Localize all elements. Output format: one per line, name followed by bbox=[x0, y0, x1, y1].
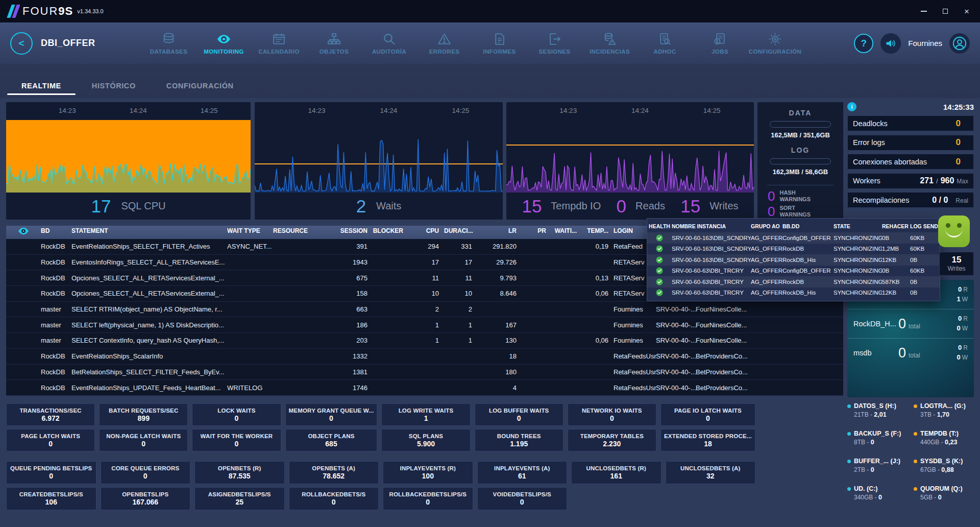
db-io-row: msdb 0 total 0R 0W bbox=[847, 338, 974, 367]
metric-label: ASIGNEDBETSLIPS/S bbox=[208, 491, 271, 497]
metric-value: 1 bbox=[424, 414, 428, 422]
health-check-icon bbox=[647, 289, 672, 296]
metric-label: SQL PLANS bbox=[409, 433, 443, 439]
metric-value: 25 bbox=[235, 498, 243, 506]
status-value: 271 bbox=[920, 176, 934, 185]
database-icon bbox=[162, 32, 176, 46]
data-log-panel: DATA 162,5MB / 351,6GB LOG 162,3MB / 58,… bbox=[757, 102, 843, 220]
nav-item-sesiones[interactable]: SESIONES bbox=[527, 32, 582, 55]
metric-tile: ASIGNEDBETSLIPS/S 25 bbox=[194, 487, 285, 510]
nav-item-calendario[interactable]: CALENDARIO bbox=[252, 32, 307, 55]
metric-label: BATCH REQUESTS/SEC bbox=[109, 408, 178, 414]
app-bar: < DBI_OFFER DATABASES MONITORING CALENDA… bbox=[0, 22, 980, 64]
nav-item-incidencias[interactable]: INCIDENCIAS bbox=[582, 32, 638, 55]
nav-item-errores[interactable]: ERRORES bbox=[417, 32, 472, 55]
waits-caption: 2 Waits bbox=[255, 193, 503, 220]
metric-label: WAIT FOR THE WORKER bbox=[201, 433, 273, 439]
table-row[interactable]: master SELECT left(physical_name, 1) AS … bbox=[6, 317, 843, 333]
metric-value: 1.195 bbox=[510, 440, 528, 448]
status-rail: i 14:25:33 Deadlocks 0 Error logs bbox=[847, 100, 974, 211]
document-search-icon bbox=[658, 32, 672, 46]
metric-label: TEMPORARY TABLES bbox=[580, 433, 644, 439]
metric-value: 106 bbox=[45, 498, 57, 506]
metric-label: VOIDEDBETSLIPS/S bbox=[493, 491, 551, 497]
title-bar: FOUR 9S v1.34.33.0 × bbox=[0, 0, 980, 22]
waits-chart-panel: 14:23 14:24 14:25 2 Waits bbox=[255, 102, 503, 220]
info-icon[interactable]: i bbox=[847, 102, 856, 111]
metric-label: INPLAYEVENTS (A) bbox=[494, 465, 550, 471]
disk-item: BUFFER_... (J:) 2TB - 0 bbox=[847, 458, 909, 481]
metric-tile: SQL PLANS 5.900 bbox=[381, 429, 470, 451]
metric-tile: WAIT FOR THE WORKER 0 bbox=[192, 429, 281, 451]
nav-item-objetos[interactable]: OBJETOS bbox=[307, 32, 362, 55]
monitor-eye-icon[interactable] bbox=[6, 227, 41, 235]
status-row: Workers 271 / 960 Max bbox=[847, 173, 974, 189]
metric-label: BOUND TREES bbox=[497, 433, 541, 439]
document-clock-icon bbox=[713, 32, 727, 46]
table-row[interactable]: RockDB EventRelationShips_UPDATE_Feeds_H… bbox=[6, 380, 843, 396]
nav-item-jobs[interactable]: JOBS bbox=[693, 32, 748, 55]
health-check-icon bbox=[647, 278, 672, 285]
data-usage-bar bbox=[770, 121, 831, 128]
nav-item-auditoria[interactable]: AUDITORÍA bbox=[362, 32, 417, 55]
metric-value: 18 bbox=[704, 440, 712, 448]
page-title: DBI_OFFER bbox=[41, 38, 95, 49]
close-button[interactable]: × bbox=[963, 7, 971, 15]
status-label: Error logs bbox=[853, 138, 885, 147]
metric-tile: EXTENDED STORED PROCE... 18 bbox=[660, 429, 755, 451]
tab-configuracion[interactable]: CONFIGURACIÓN bbox=[151, 76, 249, 98]
table-row[interactable]: RockDB BetRelationShips_SELECT_FILTER_Fe… bbox=[6, 365, 843, 380]
disk-item: SYSDB_S (K:) 67GB - 0,88 bbox=[914, 458, 975, 481]
metric-value: 0 bbox=[520, 498, 524, 506]
metric-tile: NETWORK IO WAITS 0 bbox=[568, 403, 656, 426]
metric-value: 0 bbox=[49, 472, 53, 480]
metric-label: OPENBETSLIPS bbox=[122, 491, 168, 497]
metric-label: CORE QUEUE ERRORS bbox=[111, 465, 179, 471]
disk-item: QUORUM (Q:) 5GB - 0 bbox=[914, 485, 975, 508]
table-row[interactable]: master SELECT ContextInfo, query_hash AS… bbox=[6, 333, 843, 349]
health-smiley-icon bbox=[938, 215, 970, 247]
back-button[interactable]: < bbox=[10, 32, 33, 55]
nav-item-monitoring[interactable]: MONITORING bbox=[197, 32, 252, 55]
metric-tile: TRANSACTIONS/SEC 6.972 bbox=[6, 403, 95, 426]
metric-value: 78.652 bbox=[323, 472, 345, 480]
status-row: Conexiones abortadas 0 bbox=[847, 154, 974, 170]
help-button[interactable]: ? bbox=[854, 34, 873, 53]
db-name: RockDB_H... bbox=[853, 320, 898, 328]
tempdb-caption: 15Tempdb IO 0Reads 15Writes bbox=[506, 193, 754, 220]
nav-item-databases[interactable]: DATABASES bbox=[141, 32, 197, 55]
metric-value: 61 bbox=[518, 472, 526, 480]
metric-value: 87.535 bbox=[229, 472, 251, 480]
metric-label: PAGE IO LATCH WAITS bbox=[674, 408, 742, 414]
metric-tile: ROLLBACKEDBETSLIPS/S 0 bbox=[383, 487, 473, 510]
document-icon bbox=[493, 32, 506, 46]
table-row[interactable]: master SELECT RTRIM(object_name) AS Obje… bbox=[6, 302, 843, 318]
tab-historico[interactable]: HISTÓRICO bbox=[77, 76, 151, 98]
metric-value: 2.230 bbox=[603, 440, 621, 448]
account-button[interactable] bbox=[949, 33, 970, 54]
metric-label: LOG WRITE WAITS bbox=[399, 408, 454, 414]
brand-logo-icon bbox=[9, 5, 18, 18]
nav-item-configuracion[interactable]: CONFIGURACIÓN bbox=[748, 32, 803, 55]
metric-label: ROLLBACKEDBETSLIPS/S bbox=[389, 491, 467, 497]
hash-warnings: 0 HASH WARNINGS bbox=[768, 189, 833, 203]
nav-item-informes[interactable]: INFORMES bbox=[472, 32, 527, 55]
disk-item: DATOS_S (H:) 21TB - 2,01 bbox=[847, 402, 909, 425]
metric-value: 0 bbox=[332, 498, 336, 506]
disk-item: BACKUP_S (F:) 8TB - 0 bbox=[847, 430, 909, 453]
metric-value: 100 bbox=[422, 472, 434, 480]
table-row[interactable]: RockDB EventRelationShips_ScalarInfo 133… bbox=[6, 349, 843, 365]
log-usage-value: 162,3MB / 58,6GB bbox=[773, 168, 828, 176]
waits-label: Waits bbox=[376, 200, 401, 212]
tab-realtime[interactable]: REALTIME bbox=[6, 76, 77, 98]
minimize-button[interactable] bbox=[920, 7, 928, 15]
metric-tile: NON-PAGE LATCH WAITS 0 bbox=[99, 429, 188, 451]
health-check-icon bbox=[647, 245, 672, 252]
sound-button[interactable] bbox=[880, 33, 901, 54]
maximize-button[interactable] bbox=[941, 7, 949, 15]
availability-group-popup: HEALTH NOMBRE INSTANCIA GRUPO AO BB.DD S… bbox=[647, 218, 940, 301]
tempdb-writes-value: 15 bbox=[680, 197, 705, 215]
betting-metric-tiles: QUEUE PENDING BETSLIPS 0 CORE QUEUE ERRO… bbox=[6, 461, 755, 510]
disk-name: DATOS_S (H:) bbox=[854, 402, 896, 410]
nav-item-adhoc[interactable]: ADHOC bbox=[638, 32, 693, 55]
